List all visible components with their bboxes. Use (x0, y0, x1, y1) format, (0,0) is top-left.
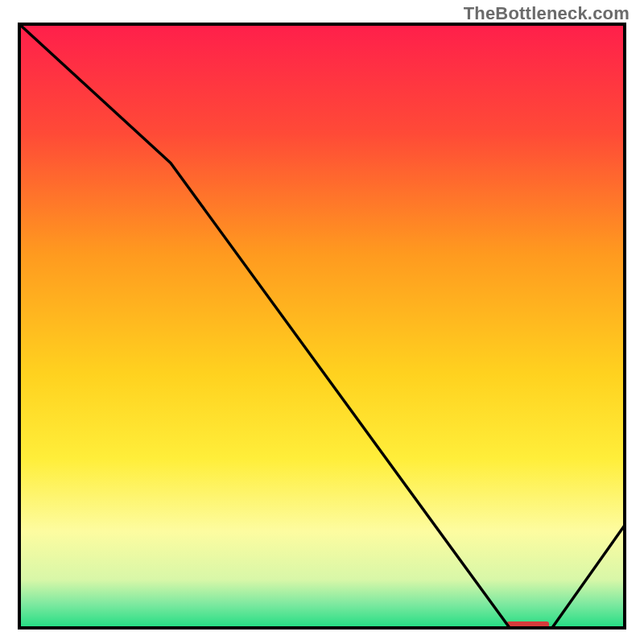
chart-canvas (0, 0, 644, 644)
chart-background (19, 24, 625, 628)
